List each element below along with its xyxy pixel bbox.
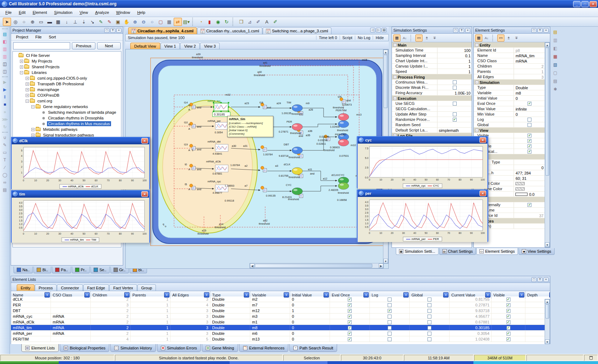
sim-status-no-log[interactable]: No Log <box>355 36 373 40</box>
property-value[interactable]: 1 <box>514 69 545 74</box>
property-value[interactable]: 100 <box>437 48 472 53</box>
tree-expander-icon[interactable]: − <box>31 105 35 108</box>
table-row[interactable]: mRNA_timmRNA213Doublem80✓0.30185✓0 <box>11 325 550 331</box>
settings-dock-tab[interactable]: ▭Element Settings <box>476 248 518 255</box>
sort-az-icon[interactable]: A↓ <box>483 34 490 42</box>
property-row[interactable]: TypeDouble <box>474 85 545 90</box>
view-tab[interactable]: View 1 <box>161 43 180 49</box>
property-value[interactable]: ✓ <box>514 101 545 106</box>
property-value[interactable]: 60; 31 <box>514 176 545 181</box>
property-row[interactable]: Eval Once✓ <box>474 101 545 106</box>
blue-grid-icon[interactable]: ▧ <box>552 61 559 68</box>
tree-item[interactable]: +COXPresDB <box>14 92 121 98</box>
property-value[interactable]: 477; 284 <box>514 170 545 175</box>
property-value[interactable]: m8 <box>514 90 545 95</box>
close-window-icon[interactable]: × <box>141 138 148 144</box>
tree-item[interactable]: Switching mechanism of lambda phage <box>14 109 121 115</box>
property-value[interactable]: 3 <box>514 74 545 79</box>
property-value[interactable]: p8 <box>514 48 545 53</box>
flask-icon[interactable]: ⊿ <box>246 18 254 26</box>
selection-handle[interactable] <box>213 111 214 112</box>
sim-status-time-left-0[interactable]: Time left 0 <box>316 36 340 40</box>
column-header-depth[interactable]: Depth∨ <box>525 291 550 299</box>
view-tab[interactable]: Default View <box>130 43 160 49</box>
gray-doc-icon[interactable]: ▢ <box>552 69 559 76</box>
checkbox-icon[interactable] <box>453 102 457 106</box>
property-value[interactable]: ✓ <box>514 138 545 143</box>
zoom-lens-icon[interactable]: ○ <box>148 18 156 26</box>
minimize-button[interactable]: _ <box>573 1 581 7</box>
element-list-tab[interactable]: Fact Edge <box>83 284 109 291</box>
checkbox-icon[interactable] <box>528 123 531 127</box>
sort-dropdown-icon[interactable]: ∨ <box>363 292 369 298</box>
property-value[interactable] <box>437 85 472 90</box>
play-icon[interactable]: ▶ <box>1 79 9 86</box>
red-grid-icon[interactable]: ▦ <box>552 53 559 60</box>
checkbox-icon[interactable] <box>427 337 431 341</box>
entity-node[interactable] <box>338 139 349 146</box>
collapse-section-icon[interactable]: − <box>393 75 397 79</box>
property-value[interactable] <box>437 101 472 106</box>
column-header-all-edges[interactable]: All Edges∨ <box>171 291 210 299</box>
checkbox-icon[interactable] <box>453 86 457 90</box>
property-row[interactable]: Log <box>474 117 545 122</box>
canvas-horizontal-scrollbar[interactable]: ◀ ▶ <box>250 263 384 268</box>
marquee-icon[interactable]: ▢ <box>157 18 165 26</box>
tab-scroll-left-icon[interactable]: ◁ <box>370 28 375 32</box>
menu-element[interactable]: Element <box>30 9 50 16</box>
sort-dropdown-icon[interactable]: ∨ <box>403 292 409 298</box>
tree-item[interactable]: Circadian rhythms in Drosophila <box>14 115 121 121</box>
checkbox-icon[interactable] <box>388 332 392 336</box>
package-icon[interactable]: ❒ <box>237 18 245 26</box>
project-search-input[interactable] <box>13 42 70 49</box>
tree-item[interactable]: +Shared Projects <box>14 64 121 70</box>
checkbox-icon[interactable] <box>427 309 431 313</box>
save-as-icon[interactable]: ◫ <box>1 68 9 75</box>
play-pair-icon[interactable]: ◉ <box>214 18 222 26</box>
tab-scroll-right-icon[interactable]: ▷ <box>376 28 381 32</box>
float-panel-button[interactable]: □ <box>453 28 458 33</box>
property-row[interactable]: Speed1 <box>392 69 472 74</box>
maximize-button[interactable]: □ <box>581 1 589 7</box>
sort-az-icon[interactable]: A↓ <box>401 34 408 42</box>
fast-forward-icon[interactable]: » <box>1 108 9 116</box>
sort-dropdown-icon[interactable]: ∨ <box>124 292 130 298</box>
tree-expander-icon[interactable]: + <box>26 88 29 91</box>
sort-dropdown-icon[interactable]: ∨ <box>519 292 524 298</box>
layers-icon[interactable]: ▥ <box>552 37 559 44</box>
gene-chart-thumbnail[interactable] <box>215 165 228 172</box>
tree-item[interactable]: −csml.org <box>14 98 121 104</box>
left-dock-tab[interactable]: Pr.. <box>72 267 90 273</box>
grid-toggle-icon[interactable]: ▦ <box>165 18 173 26</box>
collapse-section-icon[interactable]: − <box>393 43 397 47</box>
element-settings-scrollbar[interactable]: ▲ ▼ <box>545 42 550 247</box>
sim-status-script[interactable]: Script <box>340 36 355 40</box>
table-row[interactable]: mRNA_dClkmRNA213Doublem10✓0.67881✓0 <box>11 319 550 325</box>
column-header-initial-value[interactable]: Initial Value∨ <box>290 291 330 299</box>
checkbox-icon[interactable] <box>427 326 431 330</box>
expand-all-icon[interactable]: ± <box>505 34 512 42</box>
property-value[interactable]: 0 <box>514 112 545 117</box>
menu-simulation[interactable]: Simulation <box>51 9 75 16</box>
checkbox-icon[interactable]: ✓ <box>528 134 531 138</box>
sort-dropdown-icon[interactable]: ∨ <box>164 292 169 298</box>
table-row[interactable]: mRNA_permRNA213Doublem60✓0.3054✓0 <box>11 331 550 336</box>
pen-green-icon[interactable]: ✎ <box>97 18 105 26</box>
property-row[interactable]: All Edges3 <box>474 74 545 80</box>
chart-window-dClk[interactable]: dClk×010203040506070809010012345mRNA_dCl… <box>11 137 150 189</box>
checkbox-icon[interactable] <box>427 315 431 318</box>
property-row[interactable]: Sampling Interval0.1 <box>392 53 472 58</box>
dropper-icon[interactable]: ✐ <box>254 18 262 26</box>
tree-expander-icon[interactable]: + <box>31 128 35 131</box>
checkbox-icon[interactable]: ✓ <box>453 118 457 122</box>
menu-help[interactable]: Help <box>134 9 148 16</box>
pin-panel-button[interactable]: Ŧ <box>459 28 464 33</box>
property-value[interactable] <box>437 112 472 117</box>
form-view-icon[interactable]: ▭ <box>415 34 423 42</box>
settings-dock-tab[interactable]: ▤Chart Settings <box>439 248 476 255</box>
checkbox-icon[interactable]: ✓ <box>528 102 531 106</box>
next-button[interactable]: Next <box>97 42 121 49</box>
left-dock-tab[interactable]: Se.. <box>90 267 110 273</box>
property-row[interactable]: Use SECG <box>392 101 472 106</box>
menu-view[interactable]: View <box>76 9 91 16</box>
